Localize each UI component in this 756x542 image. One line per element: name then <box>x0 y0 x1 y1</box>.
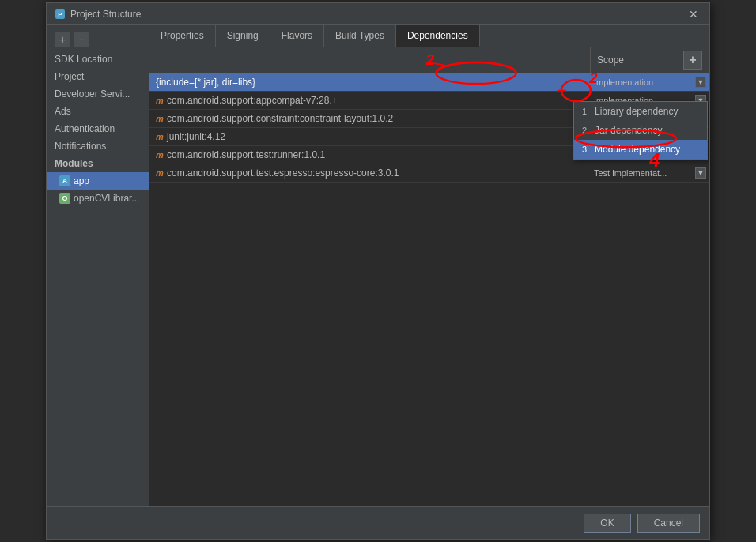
dep-icon: m <box>156 114 164 123</box>
dep-icon: m <box>156 150 164 160</box>
dep-icon: m <box>156 168 164 178</box>
sidebar-item-project[interactable]: Project <box>47 68 149 85</box>
remove-module-button[interactable]: − <box>74 32 89 47</box>
cancel-button[interactable]: Cancel <box>637 514 700 533</box>
scope-dropdown-0[interactable]: ▼ <box>695 77 706 88</box>
sidebar-item-developer-services[interactable]: Developer Servi... <box>47 85 149 103</box>
app-module-label: app <box>74 175 89 186</box>
sidebar-item-notifications[interactable]: Notifications <box>47 137 149 155</box>
dialog-title: Project Structure <box>70 9 141 20</box>
dep-scope: Test implementat... ▼ <box>591 164 709 182</box>
dep-name: m com.android.support:appcompat-v7:28.+ <box>149 92 591 109</box>
title-bar: P Project Structure ✕ <box>47 3 709 25</box>
dep-name: m com.android.support.test:runner:1.0.1 <box>149 146 591 164</box>
sidebar-item-opencv-library[interactable]: O openCVLibrar... <box>47 190 149 207</box>
dep-icon: m <box>156 132 164 141</box>
dropdown-item-jar[interactable]: 2 Jar dependency <box>574 121 707 140</box>
tab-signing[interactable]: Signing <box>216 25 270 47</box>
sidebar-modules-section: Modules <box>47 155 149 172</box>
dropdown-item-module[interactable]: 3 Module dependency <box>574 140 707 159</box>
tab-build-types[interactable]: Build Types <box>324 25 396 47</box>
dialog-body: + − SDK Location Project Developer Servi… <box>47 25 709 506</box>
dep-name: {include=[*.jar], dir=libs} <box>149 73 591 91</box>
dep-name: m junit:junit:4.12 <box>149 128 591 145</box>
tabs: Properties Signing Flavors Build Types D… <box>149 25 709 47</box>
opencv-module-icon: O <box>59 193 70 204</box>
tab-dependencies[interactable]: Dependencies <box>396 25 480 47</box>
sidebar: + − SDK Location Project Developer Servi… <box>47 25 149 506</box>
dialog-icon: P <box>55 9 66 20</box>
tab-flavors[interactable]: Flavors <box>270 25 324 47</box>
svg-text:P: P <box>58 11 62 18</box>
dropdown-item-library[interactable]: 1 Library dependency <box>574 102 707 121</box>
add-module-button[interactable]: + <box>55 32 70 47</box>
add-dependency-dropdown: 1 Library dependency 2 Jar dependency 3 … <box>573 101 708 160</box>
sidebar-item-authentication[interactable]: Authentication <box>47 120 149 137</box>
sidebar-controls: + − <box>47 28 149 51</box>
sidebar-item-app[interactable]: A app <box>47 172 149 190</box>
ok-button[interactable]: OK <box>584 514 630 533</box>
dep-name: m com.android.support.constraint:constra… <box>149 110 591 127</box>
close-button[interactable]: ✕ <box>686 8 701 21</box>
table-row[interactable]: m com.android.support.test.espresso:espr… <box>149 164 709 183</box>
dep-scope: Implementation ▼ <box>591 73 709 91</box>
dropdown-item-label: Library dependency <box>595 106 678 117</box>
dropdown-item-label: Jar dependency <box>595 125 662 136</box>
tab-properties[interactable]: Properties <box>149 25 216 47</box>
col-header-name <box>149 47 591 73</box>
dropdown-item-num: 2 <box>582 126 590 135</box>
project-structure-dialog: P Project Structure ✕ + − SDK Location P… <box>46 2 710 540</box>
dep-icon: m <box>156 96 164 105</box>
dropdown-item-label: Module dependency <box>595 144 680 155</box>
dropdown-item-num: 1 <box>582 107 590 116</box>
opencv-module-label: openCVLibrar... <box>74 193 139 204</box>
table-header: Scope + <box>149 47 709 73</box>
col-header-scope: Scope + <box>591 47 709 73</box>
table-row[interactable]: {include=[*.jar], dir=libs} Implementati… <box>149 73 709 92</box>
main-area: Properties Signing Flavors Build Types D… <box>149 25 709 506</box>
dependencies-table-wrapper: Scope + {include=[*.jar], dir=libs} Impl… <box>149 47 709 506</box>
add-dependency-button[interactable]: + <box>683 51 702 70</box>
dialog-footer: OK Cancel <box>47 506 709 539</box>
dropdown-item-num: 3 <box>582 145 590 154</box>
sidebar-item-ads[interactable]: Ads <box>47 103 149 120</box>
scope-dropdown-5[interactable]: ▼ <box>695 167 706 179</box>
sidebar-item-sdk-location[interactable]: SDK Location <box>47 51 149 68</box>
app-module-icon: A <box>59 175 70 186</box>
dep-name: m com.android.support.test.espresso:espr… <box>149 164 591 182</box>
